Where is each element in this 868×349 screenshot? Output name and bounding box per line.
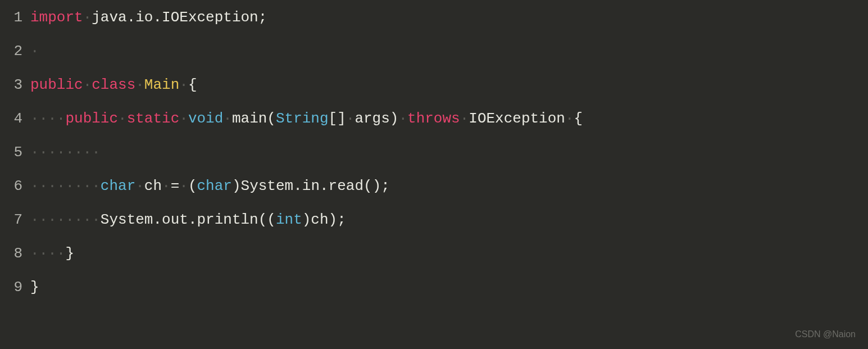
code-line: 2 · (0, 40, 868, 74)
line-content: ········char·ch·=·(char)System.in.read()… (30, 175, 864, 197)
token: . (320, 178, 329, 194)
line-content: ········ (30, 142, 864, 164)
code-line: 7 ········System.out.println((int)ch); (0, 209, 868, 243)
type-char: char (197, 178, 232, 194)
code-line: 3 public·class·Main·{ (0, 74, 868, 108)
paren: ) (390, 110, 399, 127)
param: args (355, 110, 389, 127)
method-main: main (232, 110, 267, 127)
keyword-static: static (127, 110, 180, 127)
keyword-public: public (65, 110, 118, 127)
brace: } (30, 279, 39, 296)
brackets: [] (329, 110, 346, 127)
token: . (293, 178, 302, 194)
line-number: 9 (4, 277, 22, 298)
var: ch (144, 178, 162, 194)
equals: = (171, 178, 180, 194)
line-number: 1 (4, 7, 22, 29)
line-content: } (30, 277, 864, 298)
keyword-throws: throws (407, 110, 460, 127)
code-line: 9 } (0, 277, 868, 310)
brace: { (574, 110, 583, 127)
token: in (302, 178, 320, 194)
code-line: 4 ····public·static·void·main(String[]·a… (0, 108, 868, 142)
line-number: 8 (4, 243, 22, 265)
line-content: · (30, 40, 864, 62)
line-content: ····public·static·void·main(String[]·arg… (30, 108, 864, 130)
type-string: String (276, 110, 329, 127)
paren: ( (188, 178, 197, 194)
token: . (153, 211, 162, 228)
type-char: char (101, 178, 135, 194)
token: ; (258, 9, 267, 26)
line-number: 2 (4, 40, 22, 62)
token: System (241, 178, 294, 194)
token: io (135, 9, 153, 26)
line-number: 6 (4, 175, 22, 197)
token: . (153, 9, 162, 26)
watermark: CSDN @Naion (795, 328, 856, 341)
token: java (92, 9, 126, 26)
token: IOException (162, 9, 258, 26)
line-content: public·class·Main·{ (30, 74, 864, 96)
code-line: 8 ····} (0, 243, 868, 277)
line-number: 3 (4, 74, 22, 96)
token: ); (329, 211, 346, 228)
exception: IOException (469, 110, 565, 127)
brace: { (188, 76, 197, 93)
class-name: Main (144, 76, 179, 93)
keyword-public: public (30, 76, 83, 93)
line-content: import·java.io.IOException; (30, 7, 864, 29)
token: out (162, 211, 188, 228)
line-number: 4 (4, 108, 22, 130)
token: (); (363, 178, 390, 194)
token: System (101, 211, 153, 228)
paren: ) (302, 211, 311, 228)
brace: } (65, 245, 74, 262)
method-read: read (329, 178, 363, 194)
line-number: 5 (4, 142, 22, 164)
line-number: 7 (4, 209, 22, 231)
token: . (188, 211, 197, 228)
code-block: 1 import·java.io.IOException; 2 · 3 publ… (0, 7, 868, 310)
paren: ) (232, 178, 241, 194)
line-content: ····} (30, 243, 864, 265)
code-line: 1 import·java.io.IOException; (0, 7, 868, 40)
token: . (127, 9, 136, 26)
code-line: 5 ········ (0, 142, 868, 175)
var: ch (311, 211, 328, 228)
code-line: 6 ········char·ch·=·(char)System.in.read… (0, 175, 868, 209)
keyword-class: class (92, 76, 135, 93)
type-void: void (188, 110, 223, 127)
method-println: println (197, 211, 258, 228)
line-content: ········System.out.println((int)ch); (30, 209, 864, 231)
keyword-import: import (30, 9, 83, 26)
paren: ( (267, 110, 276, 127)
type-int: int (276, 211, 302, 228)
paren: (( (258, 211, 276, 228)
